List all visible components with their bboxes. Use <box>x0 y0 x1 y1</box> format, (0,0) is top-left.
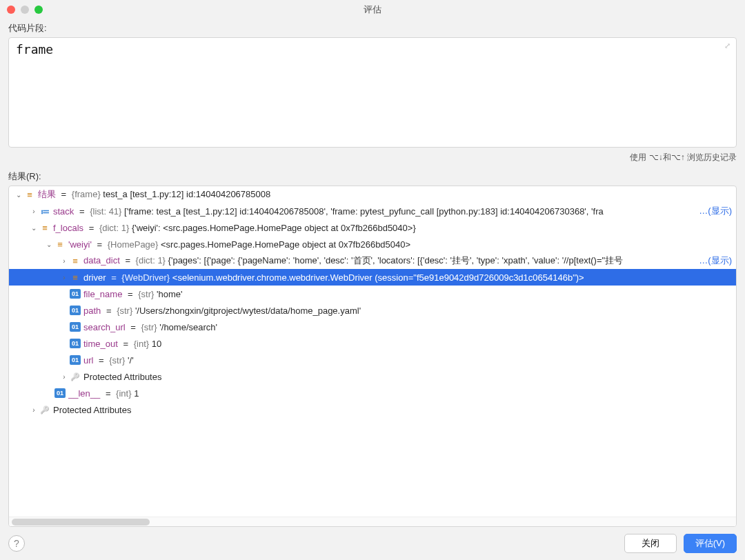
tree-row[interactable]: ›time_out = {int} 10 <box>9 335 736 352</box>
tree-row[interactable]: ›search_url = {str} '/home/search' <box>9 319 736 335</box>
tree-row[interactable]: ⌄f_locals = {dict: 1} {'weiyi': <src.pag… <box>9 219 736 236</box>
obj-icon <box>70 255 81 266</box>
row-text: file_name = {str} 'home' <box>83 289 731 299</box>
row-text: 结果 = {frame} test_a [test_1.py:12] id:14… <box>38 188 731 201</box>
chevron-down-icon[interactable]: ⌄ <box>28 224 39 232</box>
tree-row[interactable]: ›__len__ = {int} 1 <box>9 385 736 401</box>
code-text: frame <box>16 42 53 57</box>
row-text: time_out = {int} 10 <box>83 339 731 349</box>
evaluate-window: 评估 代码片段: frame⤢ 使用 ⌥↓和⌥↑ 浏览历史记录 结果(R): ⌄… <box>0 0 745 560</box>
row-text: url = {str} '/' <box>83 355 731 366</box>
row-text: data_dict = {dict: 1} {'pages': [{'page'… <box>83 254 731 267</box>
row-text: 'weiyi' = {HomePage} <src.pages.HomePage… <box>68 239 731 250</box>
key-icon <box>39 404 50 415</box>
row-text: Protected Attributes <box>53 405 731 415</box>
row-text: Protected Attributes <box>83 372 731 382</box>
tree-row[interactable]: ⌄结果 = {frame} test_a [test_1.py:12] id:1… <box>9 186 736 203</box>
tree-row[interactable]: ›file_name = {str} 'home' <box>9 286 736 302</box>
scrollbar-thumb[interactable] <box>12 519 150 526</box>
tree-row[interactable]: ›stack = {list: 41} ['frame: test_a [tes… <box>9 203 736 219</box>
str-icon <box>70 289 81 299</box>
horizontal-scrollbar[interactable] <box>9 517 736 526</box>
minimize-window-button[interactable] <box>21 6 29 14</box>
row-text: search_url = {str} '/home/search' <box>83 322 731 332</box>
chevron-down-icon[interactable]: ⌄ <box>13 191 24 199</box>
chevron-right-icon[interactable]: › <box>59 274 70 281</box>
help-button[interactable]: ? <box>8 535 25 552</box>
chevron-down-icon[interactable]: ⌄ <box>43 241 54 248</box>
obj-icon <box>39 222 50 233</box>
obj-icon <box>24 189 35 200</box>
str-icon <box>70 306 81 315</box>
row-text: driver = {WebDriver} <selenium.webdriver… <box>83 272 731 283</box>
code-label: 代码片段: <box>8 22 737 34</box>
tree-row[interactable]: ›Protected Attributes <box>9 368 736 385</box>
footer: ? 关闭 评估(V) <box>0 527 745 560</box>
window-controls <box>7 6 43 14</box>
row-text: f_locals = {dict: 1} {'weiyi': <src.page… <box>53 223 731 233</box>
show-more-link[interactable]: …(显示) <box>695 205 732 217</box>
tree-row[interactable]: ›path = {str} '/Users/zhongxin/gitprojec… <box>9 302 736 319</box>
code-input[interactable]: frame⤢ <box>8 37 737 148</box>
row-text: stack = {list: 41} ['frame: test_a [test… <box>53 206 731 217</box>
obj-icon <box>54 239 66 250</box>
close-button[interactable]: 关闭 <box>624 534 677 553</box>
evaluate-button[interactable]: 评估(V) <box>684 534 737 553</box>
chevron-right-icon[interactable]: › <box>28 208 39 215</box>
button-group: 关闭 评估(V) <box>624 534 737 553</box>
content-area: 代码片段: frame⤢ 使用 ⌥↓和⌥↑ 浏览历史记录 结果(R): ⌄结果 … <box>0 19 745 527</box>
tree-row[interactable]: ⌄'weiyi' = {HomePage} <src.pages.HomePag… <box>9 236 736 252</box>
history-hint: 使用 ⌥↓和⌥↑ 浏览历史记录 <box>8 152 737 163</box>
tree-row[interactable]: ›driver = {WebDriver} <selenium.webdrive… <box>9 269 736 286</box>
str-icon <box>70 355 81 365</box>
show-more-link[interactable]: …(显示) <box>695 254 732 267</box>
stack-icon <box>39 206 50 217</box>
tree-row[interactable]: ›url = {str} '/' <box>9 352 736 368</box>
str-icon <box>54 388 66 398</box>
zoom-window-button[interactable] <box>34 6 43 14</box>
close-window-button[interactable] <box>7 6 15 14</box>
results-tree[interactable]: ⌄结果 = {frame} test_a [test_1.py:12] id:1… <box>9 186 736 517</box>
chevron-right-icon[interactable]: › <box>28 406 39 414</box>
chevron-right-icon[interactable]: › <box>59 373 70 381</box>
str-icon <box>70 339 81 348</box>
row-text: path = {str} '/Users/zhongxin/gitproject… <box>83 306 731 316</box>
key-icon <box>70 371 81 382</box>
str-icon <box>70 322 81 332</box>
row-text: __len__ = {int} 1 <box>68 388 731 399</box>
window-title: 评估 <box>0 3 745 16</box>
titlebar[interactable]: 评估 <box>0 0 745 19</box>
obj-icon <box>70 272 81 283</box>
chevron-right-icon[interactable]: › <box>59 257 70 265</box>
results-panel: ⌄结果 = {frame} test_a [test_1.py:12] id:1… <box>8 186 737 527</box>
expand-icon[interactable]: ⤢ <box>724 42 731 50</box>
tree-row[interactable]: ›Protected Attributes <box>9 401 736 418</box>
tree-row[interactable]: ›data_dict = {dict: 1} {'pages': [{'page… <box>9 252 736 269</box>
results-label: 结果(R): <box>8 170 737 183</box>
